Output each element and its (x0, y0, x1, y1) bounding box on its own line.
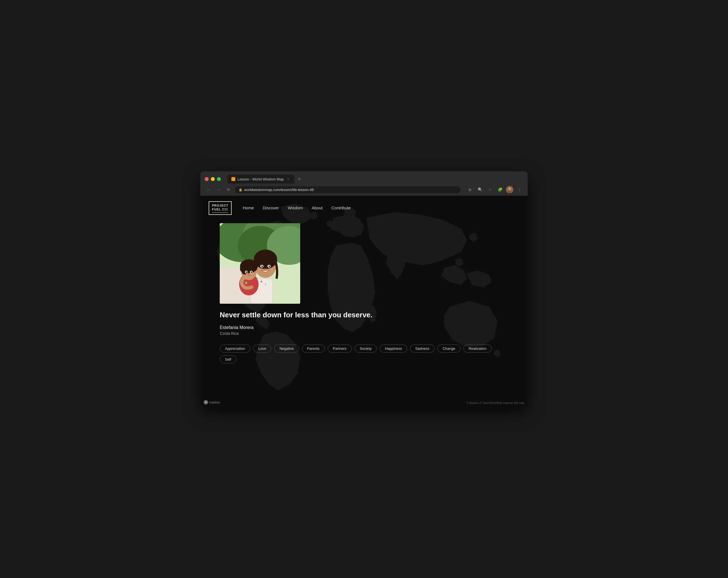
nav-home[interactable]: Home (243, 205, 254, 210)
nav-contribute[interactable]: Contribute (332, 205, 351, 210)
mapbox-icon: m (204, 400, 208, 404)
lock-icon: 🔒 (239, 188, 242, 192)
svg-point-35 (246, 271, 247, 272)
logo[interactable]: PROJECT FUEL (209, 201, 232, 215)
lesson-quote: Never settle down for less than you dese… (220, 310, 408, 320)
svg-point-38 (252, 271, 252, 272)
forward-button[interactable]: → (215, 186, 223, 194)
svg-point-1 (508, 187, 511, 190)
nav-links: Home Discover Wisdom About Contribute (243, 205, 351, 210)
tag-item[interactable]: Happiness (380, 345, 407, 353)
tab-bar: Lesson - World Wisdom Map × + (228, 175, 303, 183)
tag-item[interactable]: Love (253, 345, 271, 353)
person-location: Costa Rica (220, 331, 508, 336)
tags-container: AppreciationLoveNegativeParentsPartnersS… (220, 345, 508, 363)
extensions-button[interactable]: 🧩 (496, 186, 504, 194)
svg-point-19 (261, 266, 263, 267)
svg-point-32 (252, 266, 257, 271)
svg-point-14 (261, 281, 262, 282)
mapbox-logo: m mapbox (204, 400, 220, 404)
svg-point-37 (251, 271, 253, 273)
svg-point-22 (268, 266, 270, 267)
search-button[interactable]: 🔍 (476, 186, 484, 194)
tag-item[interactable]: Appreciation (220, 345, 250, 353)
close-button[interactable] (205, 177, 209, 181)
minimize-button[interactable] (211, 177, 215, 181)
tag-item[interactable]: Negative (274, 345, 299, 353)
svg-point-23 (269, 266, 270, 266)
page-content: PROJECT FUEL (200, 196, 528, 407)
nav-about[interactable]: About (312, 205, 323, 210)
nav-wisdom[interactable]: Wisdom (288, 205, 303, 210)
back-button[interactable]: ← (205, 186, 212, 194)
user-avatar[interactable] (506, 186, 513, 193)
url-actions: ⊕ 🔍 ☆ 🧩 ⋮ (466, 186, 523, 194)
address-bar: ← → ↻ 🔒 worldwisdommap.com/lesson/life-l… (200, 183, 528, 196)
svg-point-15 (265, 284, 266, 285)
tag-item[interactable]: Society (355, 345, 377, 353)
tag-item[interactable]: Partners (328, 345, 352, 353)
tab-close-button[interactable]: × (286, 177, 290, 181)
navbar: PROJECT FUEL (200, 196, 528, 221)
url-text: worldwisdommap.com/lesson/life-lesson-49 (244, 188, 314, 192)
traffic-lights (205, 177, 221, 181)
title-bar: Lesson - World Wisdom Map × + (200, 171, 528, 183)
new-tab-button[interactable]: + (295, 175, 303, 183)
maximize-button[interactable] (217, 177, 221, 181)
person-name: Estefania Morera (220, 325, 508, 330)
tag-item[interactable]: Self (220, 355, 236, 363)
main-content: Never settle down for less than you dese… (200, 221, 528, 380)
reload-button[interactable]: ↻ (225, 186, 233, 194)
tab-label: Lesson - World Wisdom Map (237, 177, 284, 181)
svg-point-34 (246, 271, 248, 273)
nav-discover[interactable]: Discover (263, 205, 279, 210)
mapbox-label: mapbox (209, 401, 220, 404)
tag-item[interactable]: Sadness (410, 345, 435, 353)
mapbox-attribution-right: © Mapbox © OpenStreetMap Improve this ma… (466, 401, 524, 404)
url-bar[interactable]: 🔒 worldwisdommap.com/lesson/life-lesson-… (235, 186, 461, 193)
add-bookmark-button[interactable]: ⊕ (466, 186, 474, 194)
browser-window: Lesson - World Wisdom Map × + ← → ↻ 🔒 wo… (200, 171, 528, 407)
person-photo (220, 223, 300, 304)
logo-line2: FUEL (212, 207, 228, 211)
logo-text: PROJECT FUEL (209, 201, 232, 215)
active-tab[interactable]: Lesson - World Wisdom Map × (228, 175, 294, 183)
svg-point-20 (262, 266, 263, 266)
svg-point-25 (245, 282, 247, 284)
mapbox-attribution: m mapbox (204, 400, 220, 404)
svg-point-39 (248, 273, 250, 275)
tag-item[interactable]: Change (437, 345, 461, 353)
bookmark-button[interactable]: ☆ (486, 186, 494, 194)
tag-item[interactable]: Realization (463, 345, 492, 353)
tab-favicon (231, 177, 235, 181)
tag-item[interactable]: Parents (302, 345, 325, 353)
logo-line1: PROJECT (212, 203, 228, 207)
menu-button[interactable]: ⋮ (516, 186, 523, 194)
